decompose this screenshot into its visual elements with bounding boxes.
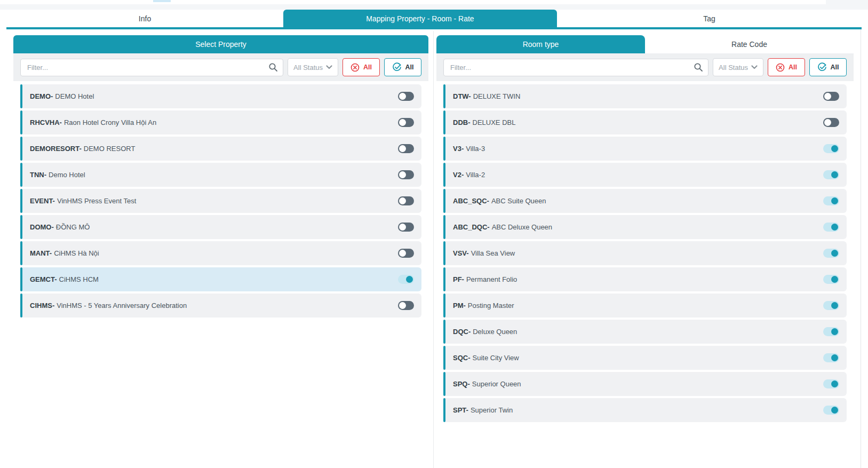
toggle-knob xyxy=(831,380,838,387)
toggle-switch[interactable] xyxy=(823,379,839,388)
list-item[interactable]: DEMORESORT- DEMO RESORT xyxy=(20,137,421,161)
toggle-switch[interactable] xyxy=(823,223,839,232)
room-type-list: DTW- DELUXE TWIN DDB- DELUXE DBL V3- Vil… xyxy=(436,81,854,430)
list-item[interactable]: CIHMS- VinHMS - 5 Years Anniversary Cele… xyxy=(20,294,421,318)
list-item[interactable]: EVENT- VinHMS Press Event Test xyxy=(20,189,421,213)
list-item[interactable]: DDB- DELUXE DBL xyxy=(443,110,847,134)
scrollbar-gutter[interactable] xyxy=(861,29,861,468)
main-tab-bar: Info Mapping Property - Room - Rate Tag xyxy=(6,10,862,29)
list-item[interactable]: GEMCT- CiHMS HCM xyxy=(20,267,421,291)
row-accent-bar xyxy=(443,320,445,344)
room-deselect-all-button[interactable]: All xyxy=(768,58,805,76)
row-label: V3- Villa-3 xyxy=(453,145,485,153)
select-property-panel: Select Property All Status xyxy=(13,35,428,325)
toggle-switch[interactable] xyxy=(823,275,839,284)
row-label: DTW- DELUXE TWIN xyxy=(453,92,520,100)
toggle-switch[interactable] xyxy=(398,118,414,127)
list-item[interactable]: ABC_SQC- ABC Suite Queen xyxy=(443,189,847,213)
toggle-switch[interactable] xyxy=(823,196,839,205)
list-item[interactable]: DOMO- ĐỒNG MÔ xyxy=(20,215,421,239)
row-name: Raon Hotel Crony Villa Hội An xyxy=(64,118,156,126)
list-item[interactable]: ABC_DQC- ABC Deluxe Queen xyxy=(443,215,847,239)
row-accent-bar xyxy=(443,84,445,108)
list-item[interactable]: SPT- Superior Twin xyxy=(443,398,847,422)
chevron-down-icon xyxy=(751,65,758,69)
list-item[interactable]: SPQ- Superior Queen xyxy=(443,372,847,396)
toggle-switch[interactable] xyxy=(823,301,839,310)
row-label: TNN- Demo Hotel xyxy=(30,171,85,179)
row-code: SPQ- xyxy=(453,380,470,388)
row-accent-bar xyxy=(20,294,22,318)
toggle-switch[interactable] xyxy=(398,170,414,179)
cancel-circle-icon xyxy=(776,63,785,72)
toggle-switch[interactable] xyxy=(823,353,839,362)
list-item[interactable]: VSV- Villa Sea View xyxy=(443,241,847,265)
row-code: V3- xyxy=(453,145,464,153)
subtab-rate-code[interactable]: Rate Code xyxy=(645,35,854,53)
toggle-switch[interactable] xyxy=(823,249,839,258)
toggle-switch[interactable] xyxy=(398,144,414,153)
toggle-switch[interactable] xyxy=(823,144,839,153)
row-code: DEMO- xyxy=(30,92,53,100)
row-label: DOMO- ĐỒNG MÔ xyxy=(30,223,90,231)
room-status-label: All Status xyxy=(719,64,748,72)
room-deselect-all-label: All xyxy=(789,64,797,71)
row-name: ĐỒNG MÔ xyxy=(56,223,90,231)
toggle-switch[interactable] xyxy=(398,223,414,232)
tab-tag[interactable]: Tag xyxy=(557,10,862,27)
room-status-dropdown[interactable]: All Status xyxy=(713,58,763,76)
search-icon xyxy=(268,62,278,72)
toggle-switch[interactable] xyxy=(823,406,839,415)
list-item[interactable]: MANT- CiHMS Hà Nội xyxy=(20,241,421,265)
list-item[interactable]: DEMO- DEMO Hotel xyxy=(20,84,421,108)
row-code: EVENT- xyxy=(30,197,55,205)
row-name: VinHMS Press Event Test xyxy=(57,197,136,205)
list-item[interactable]: SQC- Suite City View xyxy=(443,346,847,370)
property-status-dropdown[interactable]: All Status xyxy=(288,58,338,76)
tab-mapping-property-room-rate[interactable]: Mapping Property - Room - Rate xyxy=(283,10,557,27)
row-code: DQC- xyxy=(453,328,471,336)
toggle-switch[interactable] xyxy=(398,196,414,205)
toggle-switch[interactable] xyxy=(398,92,414,101)
property-deselect-all-button[interactable]: All xyxy=(343,58,380,76)
row-code: GEMCT- xyxy=(30,275,57,283)
toggle-switch[interactable] xyxy=(398,275,414,284)
toggle-knob xyxy=(831,276,838,283)
toggle-switch[interactable] xyxy=(398,301,414,310)
row-label: CIHMS- VinHMS - 5 Years Anniversary Cele… xyxy=(30,302,187,310)
toggle-knob xyxy=(824,93,831,100)
list-item[interactable]: PF- Permanent Folio xyxy=(443,267,847,291)
room-select-all-button[interactable]: All xyxy=(809,58,847,76)
row-accent-bar xyxy=(443,267,445,291)
row-name: Villa-3 xyxy=(466,145,485,153)
toggle-switch[interactable] xyxy=(823,170,839,179)
toggle-knob xyxy=(399,171,406,178)
row-label: ABC_SQC- ABC Suite Queen xyxy=(453,197,546,205)
toggle-knob xyxy=(831,250,838,257)
row-label: RHCVHA- Raon Hotel Crony Villa Hội An xyxy=(30,118,156,126)
list-item[interactable]: PM- Posting Master xyxy=(443,294,847,318)
property-select-all-label: All xyxy=(405,64,414,71)
room-filter-input[interactable] xyxy=(443,59,708,76)
toggle-knob xyxy=(831,407,838,414)
row-accent-bar xyxy=(443,163,445,187)
list-item[interactable]: TNN- Demo Hotel xyxy=(20,163,421,187)
row-accent-bar xyxy=(443,189,445,213)
toggle-switch[interactable] xyxy=(823,92,839,101)
list-item[interactable]: RHCVHA- Raon Hotel Crony Villa Hội An xyxy=(20,110,421,134)
row-code: V2- xyxy=(453,171,464,179)
list-item[interactable]: DTW- DELUXE TWIN xyxy=(443,84,847,108)
list-item[interactable]: V2- Villa-2 xyxy=(443,163,847,187)
toggle-switch[interactable] xyxy=(823,118,839,127)
subtab-room-type[interactable]: Room type xyxy=(436,35,645,53)
toggle-knob xyxy=(399,197,406,204)
list-item[interactable]: DQC- Deluxe Queen xyxy=(443,320,847,344)
row-code: DEMORESORT- xyxy=(30,145,82,153)
row-name: Villa-2 xyxy=(466,171,485,179)
toggle-switch[interactable] xyxy=(398,249,414,258)
list-item[interactable]: V3- Villa-3 xyxy=(443,137,847,161)
toggle-switch[interactable] xyxy=(823,327,839,336)
property-filter-input[interactable] xyxy=(20,59,283,76)
tab-info[interactable]: Info xyxy=(6,10,283,27)
property-select-all-button[interactable]: All xyxy=(384,58,421,76)
